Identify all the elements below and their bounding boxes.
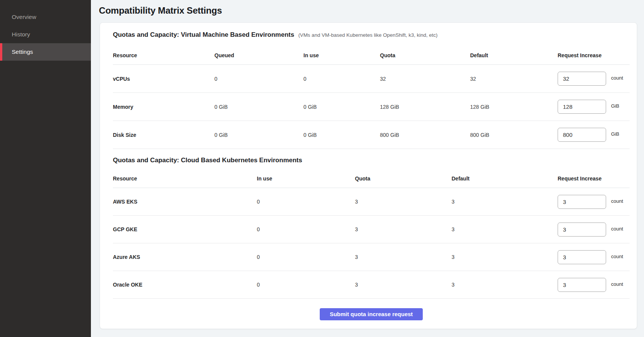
vm-col-default: Default [470,52,558,58]
default-value: 3 [452,226,558,232]
table-row-oracle-oke: Oracle OKE 0 3 3 count [113,271,630,299]
resource-name: Azure AKS [113,254,257,260]
vm-col-resource: Resource [113,52,214,58]
queued-value: 0 [214,76,303,82]
in-use-value: 0 GiB [303,132,380,138]
k8s-col-quota: Quota [355,176,452,182]
unit-label: count [611,226,623,232]
vm-col-quota: Quota [380,52,470,58]
k8s-section-title: Quotas and Capacity: Cloud Based Kuberne… [113,149,630,167]
in-use-value: 0 [257,226,355,232]
in-use-value: 0 [303,76,380,82]
default-value: 32 [470,76,558,82]
k8s-col-default: Default [452,176,558,182]
table-row-azure-aks: Azure AKS 0 3 3 count [113,243,630,271]
resource-name: GCP GKE [113,226,257,232]
sidebar-item-overview-label: Overview [12,14,36,20]
azure-aks-request-input[interactable] [558,250,606,264]
quota-value: 3 [355,199,452,205]
vm-section-title: Quotas and Capacity: Virtual Machine Bas… [113,23,630,42]
unit-label: GiB [611,131,619,137]
unit-label: count [611,198,623,204]
table-row-gcp-gke: GCP GKE 0 3 3 count [113,216,630,243]
unit-label: count [611,75,623,81]
unit-label: count [611,254,623,259]
k8s-col-request-increase: Request Increase [558,176,630,182]
memory-request-input[interactable] [558,100,606,114]
quota-value: 3 [355,254,452,260]
vm-section-note: (VMs and VM-based Kubernetes like OpenSh… [298,32,438,38]
sidebar-item-overview[interactable]: Overview [0,8,91,26]
table-row-vcpus: vCPUs 0 0 32 32 count [113,65,630,93]
k8s-section-title-text: Quotas and Capacity: Cloud Based Kuberne… [113,157,302,164]
default-value: 3 [452,199,558,205]
in-use-value: 0 [257,282,355,288]
default-value: 800 GiB [470,132,558,138]
submit-quota-increase-button[interactable]: Submit quota increase request [320,308,422,320]
in-use-value: 0 [257,254,355,260]
queued-value: 0 GiB [214,104,303,110]
resource-name: Memory [113,104,214,110]
vcpus-request-input[interactable] [558,72,606,86]
page-title: Compatibility Matrix Settings [99,5,644,16]
k8s-col-resource: Resource [113,176,257,182]
resource-name: AWS EKS [113,199,257,205]
gcp-gke-request-input[interactable] [558,223,606,237]
quota-value: 3 [355,282,452,288]
queued-value: 0 GiB [214,132,303,138]
unit-label: count [611,281,623,287]
table-row-aws-eks: AWS EKS 0 3 3 count [113,188,630,216]
quota-value: 128 GiB [380,104,470,110]
sidebar-item-history-label: History [12,31,30,38]
main-content: Compatibility Matrix Settings Quotas and… [91,0,644,337]
card-footer: Submit quota increase request [113,299,630,329]
resource-name: Disk Size [113,132,214,138]
resource-name: Oracle OKE [113,282,257,288]
vm-table-header: Resource Queued In use Quota Default Req… [113,42,630,65]
vm-col-request-increase: Request Increase [558,52,630,58]
default-value: 128 GiB [470,104,558,110]
vm-section-title-text: Quotas and Capacity: Virtual Machine Bas… [113,31,294,38]
default-value: 3 [452,282,558,288]
k8s-table-header: Resource In use Quota Default Request In… [113,167,630,188]
default-value: 3 [452,254,558,260]
in-use-value: 0 GiB [303,104,380,110]
quota-value: 800 GiB [380,132,470,138]
in-use-value: 0 [257,199,355,205]
k8s-col-in-use: In use [257,176,355,182]
table-row-disk-size: Disk Size 0 GiB 0 GiB 800 GiB 800 GiB Gi… [113,121,630,149]
sidebar-item-settings[interactable]: Settings [0,43,91,61]
oracle-oke-request-input[interactable] [558,278,606,292]
sidebar-item-settings-label: Settings [12,49,33,55]
sidebar: Overview History Settings [0,0,91,337]
sidebar-item-history[interactable]: History [0,26,91,43]
vm-col-in-use: In use [303,52,380,58]
quota-settings-card: Quotas and Capacity: Virtual Machine Bas… [100,22,637,329]
quota-value: 32 [380,76,470,82]
unit-label: GiB [611,103,619,109]
disk-size-request-input[interactable] [558,128,606,142]
aws-eks-request-input[interactable] [558,195,606,209]
vm-col-queued: Queued [214,52,303,58]
resource-name: vCPUs [113,76,214,82]
table-row-memory: Memory 0 GiB 0 GiB 128 GiB 128 GiB GiB [113,93,630,121]
quota-value: 3 [355,226,452,232]
